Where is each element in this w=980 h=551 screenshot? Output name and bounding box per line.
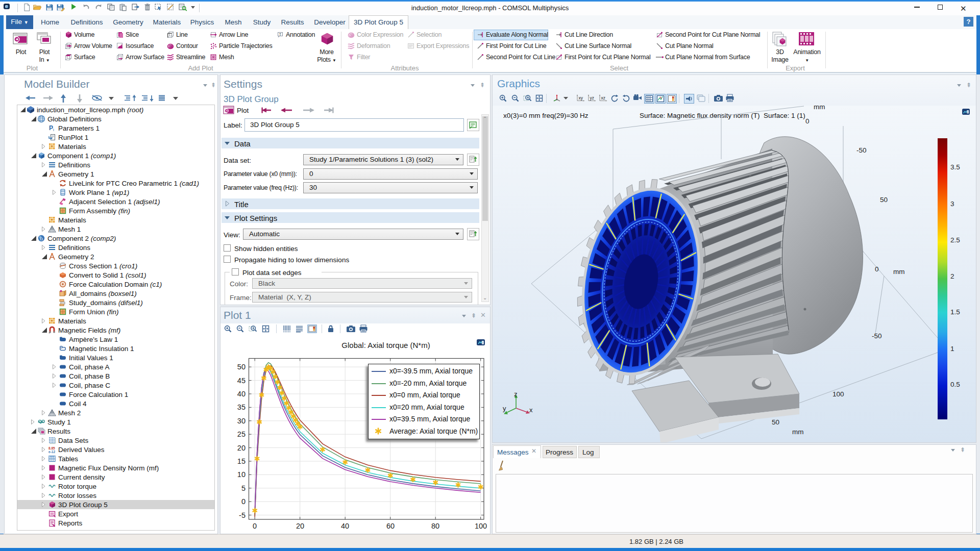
svg-text:z: z (514, 390, 518, 398)
svg-text:yz: yz (590, 95, 595, 101)
svg-text:x: x (529, 406, 533, 414)
svg-text:y: y (503, 405, 506, 412)
svg-text:xz: xz (601, 95, 606, 101)
svg-text:xy: xy (579, 95, 583, 101)
